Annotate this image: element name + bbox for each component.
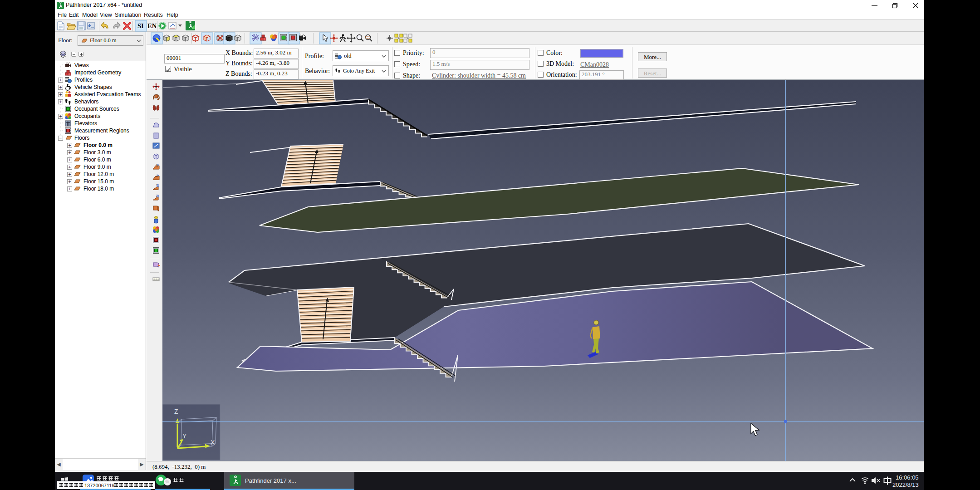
svg-text:16:06:05: 16:06:05 [896,474,919,481]
svg-text:SI: SI [137,22,144,29]
svg-text:Y: Y [182,432,187,440]
svg-text:2022/8/13: 2022/8/13 [892,481,919,488]
svg-text:Pathfinder 2017 x...: Pathfinder 2017 x... [245,477,296,484]
svg-text:X: X [211,439,215,446]
svg-text:13720067119: 13720067119 [84,483,114,488]
svg-text:Z: Z [174,408,178,415]
svg-text:EN: EN [147,22,157,29]
